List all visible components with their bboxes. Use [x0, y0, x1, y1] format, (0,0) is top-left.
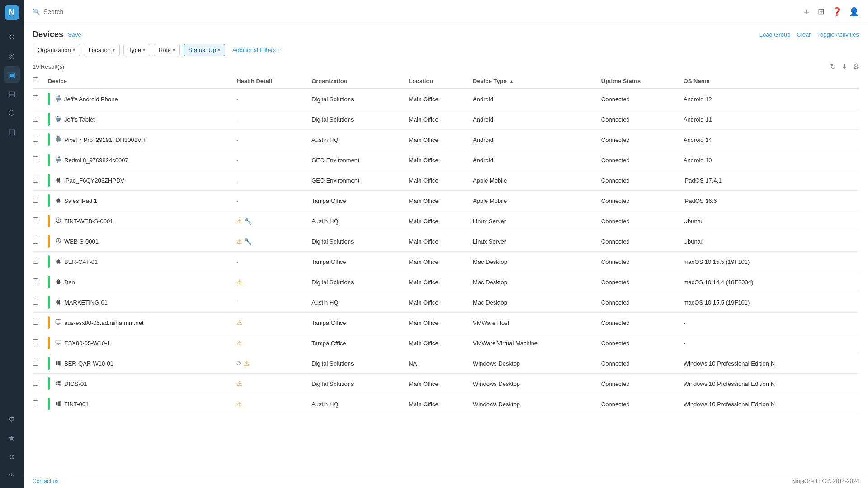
select-all-checkbox[interactable] — [33, 77, 38, 83]
help-icon[interactable]: ❓ — [832, 7, 842, 17]
organization-cell: Austin HQ — [310, 292, 407, 313]
table-row[interactable]: Sales iPad 1 - Tampa Office Main Office … — [33, 191, 859, 211]
row-checkbox[interactable] — [33, 339, 38, 345]
row-checkbox[interactable] — [33, 360, 38, 366]
sidebar-item-devices[interactable]: ▣ — [4, 66, 20, 83]
sidebar-collapse-button[interactable]: ≪ — [4, 466, 20, 483]
table-row[interactable]: BER-CAT-01 - Tampa Office Main Office Ma… — [33, 252, 859, 272]
refresh-icon[interactable]: ↻ — [830, 62, 836, 71]
row-checkbox-cell[interactable] — [33, 191, 46, 211]
sidebar-item-dashboard[interactable]: ⊙ — [4, 28, 20, 45]
row-checkbox[interactable] — [33, 278, 38, 284]
device-name[interactable]: FINT-001 — [64, 401, 89, 408]
table-row[interactable]: Dan ⚠ Digital Solutions Main Office Mac … — [33, 272, 859, 292]
additional-filters-button[interactable]: Additional Filters + — [229, 44, 284, 56]
row-checkbox[interactable] — [33, 319, 38, 325]
device-name[interactable]: Redmi 8_9769824c0007 — [64, 157, 128, 164]
device-name[interactable]: Sales iPad 1 — [64, 197, 97, 204]
row-checkbox[interactable] — [33, 258, 38, 264]
sidebar-item-settings[interactable]: ⚙ — [4, 411, 20, 427]
row-checkbox-cell[interactable] — [33, 211, 46, 231]
row-checkbox-cell[interactable] — [33, 353, 46, 374]
sidebar-item-activity[interactable]: ◎ — [4, 47, 20, 64]
row-checkbox-cell[interactable] — [33, 252, 46, 272]
table-row[interactable]: Jeff's Android Phone - Digital Solutions… — [33, 89, 859, 109]
row-checkbox[interactable] — [33, 380, 38, 386]
column-device-type[interactable]: Device Type ▲ — [471, 74, 599, 89]
user-icon[interactable]: 👤 — [849, 7, 859, 17]
row-checkbox[interactable] — [33, 400, 38, 406]
organization-filter[interactable]: Organization ▾ — [33, 44, 80, 56]
row-checkbox-cell[interactable] — [33, 313, 46, 333]
row-checkbox-cell[interactable] — [33, 333, 46, 353]
table-row[interactable]: ESX80-05-W10-1 ⚠ Tampa Office Main Offic… — [33, 333, 859, 353]
row-checkbox-cell[interactable] — [33, 109, 46, 130]
sidebar-item-favorites[interactable]: ★ — [4, 430, 20, 446]
table-row[interactable]: iPad_F6QY203ZHPDV - GEO Environment Main… — [33, 170, 859, 191]
table-row[interactable]: FINT-WEB-S-0001 ⚠🔧 Austin HQ Main Office… — [33, 211, 859, 231]
table-row[interactable]: aus-esx80-05.ad.ninjarmm.net ⚠ Tampa Off… — [33, 313, 859, 333]
row-checkbox[interactable] — [33, 177, 38, 183]
row-checkbox-cell[interactable] — [33, 394, 46, 414]
row-checkbox-cell[interactable] — [33, 231, 46, 252]
role-filter-label: Role — [159, 47, 171, 53]
sidebar-item-network[interactable]: ⬡ — [4, 104, 20, 121]
add-icon[interactable]: ＋ — [802, 6, 811, 17]
device-name[interactable]: iPad_F6QY203ZHPDV — [64, 177, 124, 184]
row-checkbox-cell[interactable] — [33, 272, 46, 292]
row-checkbox-cell[interactable] — [33, 292, 46, 313]
row-checkbox-cell[interactable] — [33, 150, 46, 170]
row-checkbox-cell[interactable] — [33, 170, 46, 191]
device-name[interactable]: ESX80-05-W10-1 — [64, 340, 110, 347]
download-icon[interactable]: ⬇ — [841, 62, 847, 71]
table-row[interactable]: Redmi 8_9769824c0007 - GEO Environment M… — [33, 150, 859, 170]
device-name[interactable]: MARKETING-01 — [64, 299, 108, 306]
device-name[interactable]: WEB-S-0001 — [64, 238, 99, 245]
contact-link[interactable]: Contact us — [33, 478, 58, 484]
device-name[interactable]: BER-CAT-01 — [64, 258, 98, 265]
device-name[interactable]: Dan — [64, 279, 75, 286]
row-checkbox[interactable] — [33, 95, 38, 101]
row-checkbox-cell[interactable] — [33, 374, 46, 394]
row-checkbox[interactable] — [33, 136, 38, 142]
sidebar-item-reports[interactable]: ◫ — [4, 123, 20, 140]
clear-link[interactable]: Clear — [797, 31, 811, 38]
row-checkbox[interactable] — [33, 299, 38, 305]
table-row[interactable]: Pixel 7 Pro_29191FDH3001VH - Austin HQ M… — [33, 130, 859, 150]
row-checkbox[interactable] — [33, 217, 38, 223]
device-name[interactable]: Jeff's Android Phone — [64, 96, 118, 103]
row-checkbox[interactable] — [33, 156, 38, 162]
table-row[interactable]: DIGS-01 ⚠ Digital Solutions Main Office … — [33, 374, 859, 394]
row-checkbox-cell[interactable] — [33, 130, 46, 150]
sidebar-item-screens[interactable]: ▤ — [4, 85, 20, 102]
row-checkbox[interactable] — [33, 116, 38, 122]
status-filter[interactable]: Status: Up ▾ — [184, 44, 225, 56]
save-link[interactable]: Save — [68, 31, 81, 38]
location-filter[interactable]: Location ▾ — [84, 44, 120, 56]
sidebar-item-history[interactable]: ↺ — [4, 449, 20, 465]
role-filter[interactable]: Role ▾ — [154, 44, 180, 56]
select-all-header[interactable] — [33, 74, 46, 89]
device-name[interactable]: DIGS-01 — [64, 380, 87, 387]
grid-icon[interactable]: ⊞ — [818, 7, 825, 17]
device-cell: Dan — [46, 272, 235, 292]
row-checkbox[interactable] — [33, 238, 38, 244]
device-name[interactable]: BER-QAR-W10-01 — [64, 360, 113, 367]
device-name[interactable]: FINT-WEB-S-0001 — [64, 218, 113, 225]
type-filter[interactable]: Type ▾ — [123, 44, 150, 56]
toggle-activities-link[interactable]: Toggle Activities — [817, 31, 859, 38]
table-row[interactable]: MARKETING-01 - Austin HQ Main Office Mac… — [33, 292, 859, 313]
app-logo[interactable]: N — [5, 5, 19, 20]
row-checkbox-cell[interactable] — [33, 89, 46, 109]
table-row[interactable]: BER-QAR-W10-01 ⟳⚠ Digital Solutions NA W… — [33, 353, 859, 374]
table-row[interactable]: WEB-S-0001 ⚠🔧 Digital Solutions Main Off… — [33, 231, 859, 252]
device-name[interactable]: Jeff's Tablet — [64, 116, 95, 123]
device-name[interactable]: aus-esx80-05.ad.ninjarmm.net — [64, 319, 144, 326]
search-input[interactable] — [43, 8, 134, 15]
row-checkbox[interactable] — [33, 197, 38, 203]
settings-icon[interactable]: ⚙ — [853, 62, 859, 71]
table-row[interactable]: Jeff's Tablet - Digital Solutions Main O… — [33, 109, 859, 130]
load-group-link[interactable]: Load Group — [760, 31, 791, 38]
table-row[interactable]: FINT-001 ⚠ Austin HQ Main Office Windows… — [33, 394, 859, 414]
device-name[interactable]: Pixel 7 Pro_29191FDH3001VH — [64, 136, 146, 143]
